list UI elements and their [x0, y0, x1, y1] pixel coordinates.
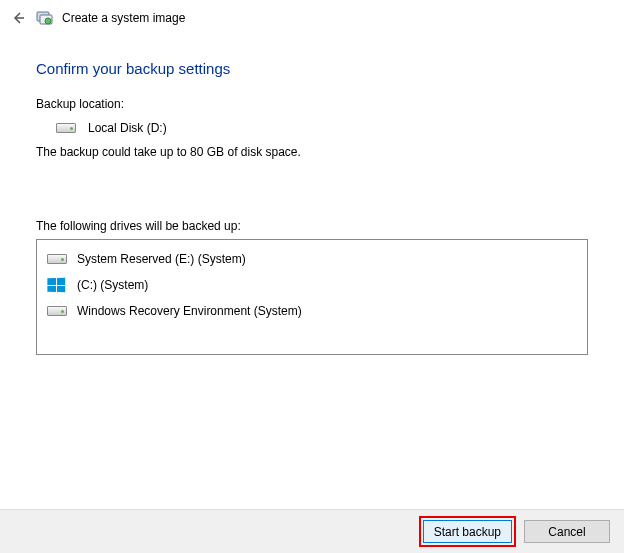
destination-row: Local Disk (D:) — [56, 121, 588, 135]
start-backup-button[interactable]: Start backup — [423, 520, 512, 543]
list-item: (C:) (System) — [41, 272, 583, 298]
list-item: Windows Recovery Environment (System) — [41, 298, 583, 324]
hard-disk-icon — [47, 304, 67, 318]
backup-location-label: Backup location: — [36, 97, 588, 111]
drives-list: System Reserved (E:) (System) (C:) (Syst… — [36, 239, 588, 355]
svg-point-3 — [45, 18, 51, 24]
page-heading: Confirm your backup settings — [36, 60, 588, 77]
drives-list-label: The following drives will be backed up: — [36, 219, 588, 233]
hard-disk-icon — [47, 252, 67, 266]
windows-icon — [47, 278, 67, 292]
drive-label: (C:) (System) — [77, 278, 148, 292]
list-item: System Reserved (E:) (System) — [41, 246, 583, 272]
size-note: The backup could take up to 80 GB of dis… — [36, 145, 588, 159]
footer-button-bar: Start backup Cancel — [0, 509, 624, 553]
cancel-button[interactable]: Cancel — [524, 520, 610, 543]
destination-name: Local Disk (D:) — [88, 121, 167, 135]
window-title: Create a system image — [62, 11, 185, 25]
window-header: Create a system image — [0, 0, 624, 32]
content-area: Confirm your backup settings Backup loca… — [0, 32, 624, 355]
hard-disk-icon — [56, 121, 76, 135]
highlight-annotation: Start backup — [419, 516, 516, 547]
system-image-icon — [36, 9, 54, 27]
drive-label: System Reserved (E:) (System) — [77, 252, 246, 266]
back-arrow-icon[interactable] — [8, 8, 28, 28]
drive-label: Windows Recovery Environment (System) — [77, 304, 302, 318]
